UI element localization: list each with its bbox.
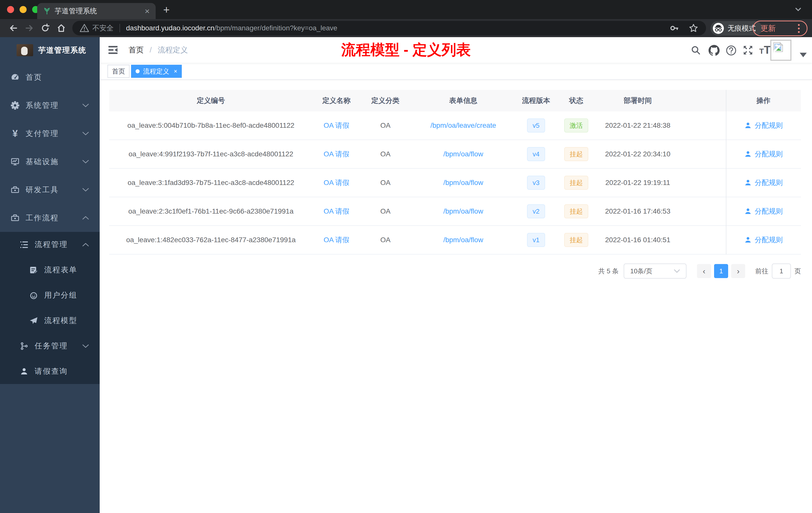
tab-close-icon[interactable]: ×: [145, 7, 150, 15]
list-icon: [19, 240, 29, 249]
favicon-plant-icon: [43, 7, 51, 15]
gear-icon: [10, 101, 20, 110]
browser-tab[interactable]: 芋道管理系统 ×: [37, 3, 156, 19]
hamburger-icon[interactable]: [108, 45, 118, 55]
chevron-down-icon: [82, 103, 89, 108]
tag-home[interactable]: 首页: [108, 65, 129, 78]
sidebar-item-system[interactable]: 系统管理: [0, 91, 100, 119]
sidebar-item-user-group[interactable]: 用户分组: [0, 282, 100, 308]
assign-rule-button[interactable]: 分配规则: [744, 235, 783, 245]
assign-rule-button[interactable]: 分配规则: [744, 178, 783, 187]
breadcrumb-home[interactable]: 首页: [128, 45, 144, 55]
sidebar-item-leave-query[interactable]: 请假查询: [0, 359, 100, 384]
column-header: 定义编号: [109, 96, 313, 105]
new-tab-button[interactable]: +: [163, 3, 170, 16]
pagination-total: 共 5 条: [598, 267, 619, 276]
sidebar-item-infrastructure[interactable]: 基础设施: [0, 148, 100, 176]
form-info-link[interactable]: /bpm/oa/leave/create: [430, 121, 496, 129]
status-badge: 激活: [564, 118, 588, 132]
forward-icon[interactable]: [24, 23, 34, 33]
column-header: 定义名称: [313, 96, 360, 105]
status-badge: 挂起: [564, 176, 588, 190]
help-icon[interactable]: [726, 45, 737, 56]
form-info-link[interactable]: /bpm/oa/flow: [443, 207, 483, 215]
fullscreen-icon[interactable]: [743, 45, 753, 56]
content-area: 定义编号 定义名称 定义分类 表单信息 流程版本 状态 部署时间 操作 oa_l…: [100, 90, 812, 279]
bookmark-star-icon[interactable]: [689, 23, 698, 33]
url-bar[interactable]: 不安全 dashboard.yudao.iocoder.cn/bpm/manag…: [72, 21, 706, 35]
sidebar-logo[interactable]: 芋道管理系统: [0, 37, 100, 63]
browser-toolbar: 不安全 dashboard.yudao.iocoder.cn/bpm/manag…: [0, 19, 812, 37]
form-info-link[interactable]: /bpm/oa/flow: [443, 179, 483, 187]
assign-rule-button[interactable]: 分配规则: [744, 121, 783, 130]
chevron-down-icon: [674, 269, 680, 273]
tab-search-chevron-icon[interactable]: [793, 4, 803, 14]
search-icon[interactable]: [691, 45, 701, 56]
definition-category: OA: [360, 150, 410, 158]
avatar[interactable]: [770, 40, 791, 61]
sidebar-item-label: 基础设施: [26, 157, 59, 167]
definition-category: OA: [360, 121, 410, 129]
font-size-icon[interactable]: TT: [759, 44, 771, 56]
next-page-button[interactable]: ›: [731, 264, 745, 278]
toolbox-icon: [10, 185, 20, 194]
definition-table: 定义编号 定义名称 定义分类 表单信息 流程版本 状态 部署时间 操作 oa_l…: [109, 90, 801, 254]
sidebar-item-task-management[interactable]: 任务管理: [0, 333, 100, 359]
sidebar-item-home[interactable]: 首页: [0, 63, 100, 91]
active-tag-dot-icon: [136, 69, 140, 73]
form-info-link[interactable]: /bpm/oa/flow: [443, 236, 483, 244]
home-icon[interactable]: [56, 23, 66, 33]
version-badge: v4: [527, 147, 545, 161]
warning-triangle-icon: [80, 24, 89, 32]
main-area: 首页 / 流程定义 流程模型 - 定义列表: [100, 37, 812, 513]
table-row: oa_leave:5:004b710b-7b8a-11ec-8ef0-acde4…: [109, 112, 801, 140]
assign-rule-button[interactable]: 分配规则: [744, 207, 783, 216]
version-badge: v3: [527, 176, 545, 190]
tag-close-icon[interactable]: ×: [174, 68, 177, 75]
sidebar-item-process-form[interactable]: 流程表单: [0, 257, 100, 282]
sidebar-item-dev-tools[interactable]: 研发工具: [0, 176, 100, 204]
column-header: 表单信息: [410, 96, 516, 105]
sidebar-item-label: 研发工具: [26, 185, 59, 195]
key-icon[interactable]: [669, 23, 679, 33]
page-size-select[interactable]: 10条/页: [624, 264, 687, 279]
person-icon: [744, 236, 752, 244]
browser-update-button[interactable]: 更新: [753, 21, 808, 36]
prev-page-button[interactable]: ‹: [697, 264, 711, 278]
definition-name-link[interactable]: OA 请假: [324, 121, 349, 130]
version-badge: v2: [527, 204, 545, 218]
avatar-dropdown-caret-icon[interactable]: [800, 53, 807, 57]
browser-menu-icon[interactable]: [798, 24, 800, 33]
version-badge: v5: [527, 118, 545, 132]
reload-icon[interactable]: [40, 23, 50, 33]
back-icon[interactable]: [8, 23, 19, 33]
deploy-time: 2022-01-22 19:19:11: [596, 179, 679, 187]
deploy-time: 2022-01-22 21:48:38: [596, 121, 679, 129]
sidebar-item-process-management[interactable]: 流程管理: [0, 232, 100, 257]
definition-id: oa_leave:2:3c1f0ef1-76b1-11ec-9c66-a2380…: [109, 207, 313, 215]
definition-name-link[interactable]: OA 请假: [324, 149, 349, 159]
sidebar-item-process-model[interactable]: 流程模型: [0, 308, 100, 333]
sidebar-item-label: 流程表单: [44, 265, 77, 275]
tag-process-definition[interactable]: 流程定义 ×: [131, 65, 182, 78]
table-row: oa_leave:3:1fad3d93-7b75-11ec-a3c8-acde4…: [109, 169, 801, 197]
sidebar-item-payment[interactable]: ¥ 支付管理: [0, 119, 100, 148]
page-number-button[interactable]: 1: [714, 264, 728, 278]
close-window-button[interactable]: [7, 6, 14, 13]
definition-name-link[interactable]: OA 请假: [324, 207, 349, 216]
definition-name-link[interactable]: OA 请假: [324, 178, 349, 187]
chevron-down-icon: [82, 344, 89, 348]
sidebar: 芋道管理系统 首页: [0, 37, 100, 513]
pagination: 共 5 条 10条/页 ‹ 1 › 前往 页: [109, 264, 801, 279]
goto-page-input[interactable]: [772, 264, 791, 279]
assign-rule-button[interactable]: 分配规则: [744, 149, 783, 159]
sidebar-item-workflow[interactable]: 工作流程: [0, 204, 100, 232]
github-icon[interactable]: [708, 45, 720, 56]
column-header: 定义分类: [360, 96, 410, 105]
branch-icon: [19, 342, 29, 350]
security-label[interactable]: 不安全: [92, 23, 114, 33]
minimize-window-button[interactable]: [20, 6, 27, 13]
form-info-link[interactable]: /bpm/oa/flow: [443, 150, 483, 158]
page-size-value: 10条/页: [630, 267, 652, 276]
definition-name-link[interactable]: OA 请假: [324, 235, 349, 245]
